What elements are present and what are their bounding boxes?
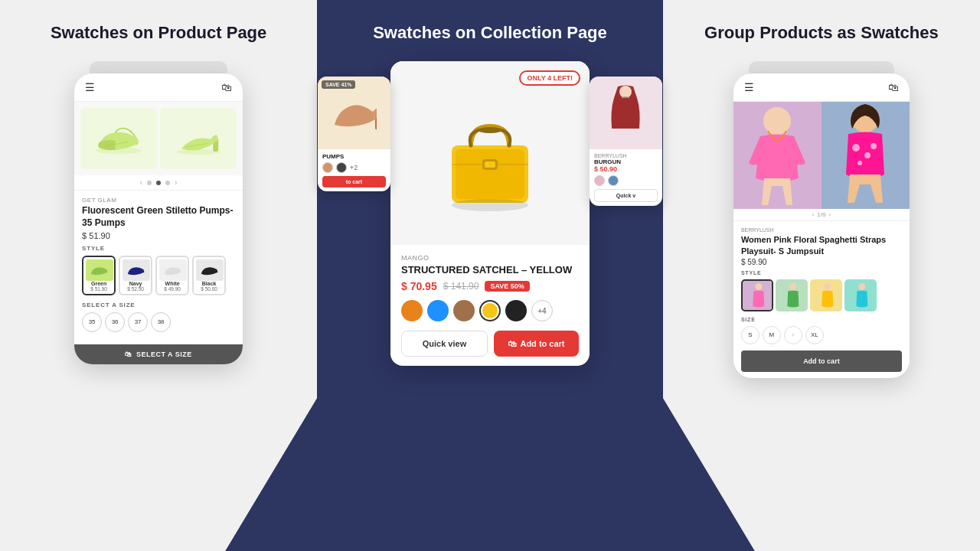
shoe-img-2 <box>172 118 225 160</box>
size-35[interactable]: 35 <box>82 312 102 332</box>
svg-rect-6 <box>456 149 524 199</box>
color-orange[interactable] <box>401 300 423 321</box>
right-brand: BERRYLUSH <box>741 227 902 233</box>
right-nav: ‹ 1/6 › <box>733 209 910 221</box>
right-swatch-4[interactable] <box>844 279 877 311</box>
right-swatch-2[interactable] <box>776 279 808 311</box>
size-slash[interactable]: / <box>784 326 802 344</box>
side-right-colors <box>594 175 658 186</box>
product-img-left <box>80 108 157 169</box>
right-phone-mockup: ☰ 🛍 <box>733 73 910 378</box>
svg-point-28 <box>858 283 865 290</box>
cart-small-icon: 🛍 <box>125 350 132 358</box>
size-options: 35 36 37 38 <box>82 312 235 332</box>
size-38[interactable]: 38 <box>151 312 171 332</box>
right-prev[interactable]: ‹ <box>812 211 815 218</box>
left-section: Swatches on Product Page ☰ 🛍 <box>0 0 317 551</box>
quick-view-button[interactable]: Quick view <box>401 331 488 357</box>
image-nav: ‹ › <box>74 175 243 191</box>
cart-icon[interactable]: 🛍 <box>221 81 232 93</box>
right-content: ☰ 🛍 <box>678 61 965 378</box>
svg-point-19 <box>858 161 862 165</box>
prev-arrow[interactable]: ‹ <box>140 178 142 187</box>
color-dot-pumps-1[interactable] <box>322 162 333 173</box>
size-37[interactable]: 37 <box>128 312 148 332</box>
hamburger-icon[interactable]: ☰ <box>85 81 95 93</box>
color-black[interactable] <box>505 300 527 321</box>
color-brown[interactable] <box>453 300 475 321</box>
main-product-card: ONLY 4 LEFT! MANGO <box>390 61 590 366</box>
swatch-white-img <box>159 259 187 281</box>
save-badge-left: SAVE 41% <box>322 80 356 89</box>
swatch-black-name: Black <box>196 281 222 286</box>
right-style-swatches <box>741 279 902 311</box>
side-right-cta[interactable]: Quick v <box>594 189 658 202</box>
size-xl[interactable]: XL <box>805 326 824 344</box>
product-images <box>74 102 243 175</box>
color-blue[interactable] <box>427 300 449 321</box>
right-cart-icon[interactable]: 🛍 <box>888 81 899 93</box>
color-swatches: +4 <box>401 300 579 321</box>
swatch-green[interactable]: Green $ 51.90 <box>82 256 116 295</box>
svg-point-17 <box>852 144 860 152</box>
size-m[interactable]: M <box>763 326 781 344</box>
color-yellow[interactable] <box>479 300 501 321</box>
select-size-label: SELECT A SIZE <box>136 350 192 358</box>
model-img-2 <box>822 102 910 209</box>
side-right-price: $ 50.90 <box>594 165 658 173</box>
swatch-black-price: $ 50.00 <box>196 286 222 292</box>
right-images-area <box>733 102 910 209</box>
swatch-navy-img <box>122 259 150 281</box>
side-right-body: BERRYLUSH BURGUN $ 50.90 Quick v <box>590 149 662 206</box>
side-left-colors: +2 <box>322 162 386 173</box>
swatch-black[interactable]: Black $ 50.00 <box>192 256 226 295</box>
right-page: 1/6 <box>817 211 825 218</box>
style-label: STYLE <box>82 245 235 252</box>
more-colors-badge[interactable]: +4 <box>531 300 553 321</box>
swatch-green-price: $ 51.90 <box>86 286 112 292</box>
more-pumps[interactable]: +2 <box>350 162 358 173</box>
right-img-2 <box>822 102 910 209</box>
right-swatch-3[interactable] <box>810 279 842 311</box>
card-body: MANGO STRUCTURED SATCHEL – YELLOW $ 70.9… <box>390 245 590 366</box>
svg-point-11 <box>452 199 528 211</box>
size-label: SELECT A SIZE <box>82 302 235 308</box>
svg-point-20 <box>871 143 877 149</box>
shoe-img-1 <box>92 118 145 160</box>
next-arrow[interactable]: › <box>175 178 177 187</box>
size-s[interactable]: S <box>741 326 760 344</box>
right-hamburger-icon[interactable]: ☰ <box>744 81 754 93</box>
right-next[interactable]: › <box>828 211 831 218</box>
add-to-cart-dark-button[interactable]: Add to cart <box>741 350 902 372</box>
swatch-navy[interactable]: Navy $ 52.50 <box>119 256 152 295</box>
right-swatch-1[interactable] <box>741 279 773 311</box>
svg-point-12 <box>619 86 632 98</box>
right-size-swatches: S M / XL <box>741 326 902 344</box>
swatch-white-price: $ 49.90 <box>159 286 185 292</box>
color-dot-pumps-2[interactable] <box>336 162 347 173</box>
product-img-right <box>160 108 237 169</box>
pumps-img <box>331 90 377 136</box>
only4-badge: ONLY 4 LEFT! <box>519 70 580 86</box>
right-section-title: Group Products as Swatches <box>704 23 939 43</box>
card-image-area: ONLY 4 LEFT! <box>390 61 590 245</box>
svg-point-10 <box>478 127 502 133</box>
add-to-cart-button[interactable]: 🛍 Add to cart <box>494 331 579 357</box>
middle-section-title: Swatches on Collection Page <box>373 23 607 43</box>
product-info: GET GLAM Fluorescent Green Stiletto Pump… <box>74 191 243 344</box>
color-burgun-2[interactable] <box>608 175 619 186</box>
nav-dot-1[interactable] <box>147 181 152 185</box>
select-size-button[interactable]: 🛍 SELECT A SIZE <box>74 344 243 364</box>
sale-price: $ 70.95 <box>401 280 437 292</box>
color-burgun-1[interactable] <box>594 175 605 186</box>
svg-point-18 <box>864 152 871 158</box>
svg-point-22 <box>755 283 762 290</box>
nav-dot-2[interactable] <box>156 181 161 185</box>
right-style-label: STYLE <box>741 270 902 276</box>
swatch-white[interactable]: White $ 49.90 <box>155 256 189 295</box>
nav-dot-3[interactable] <box>165 181 170 185</box>
side-left-cta[interactable]: to cart <box>322 176 386 187</box>
bag-image <box>429 92 551 214</box>
side-left-img: SAVE 41% <box>318 77 390 149</box>
size-36[interactable]: 36 <box>105 312 125 332</box>
